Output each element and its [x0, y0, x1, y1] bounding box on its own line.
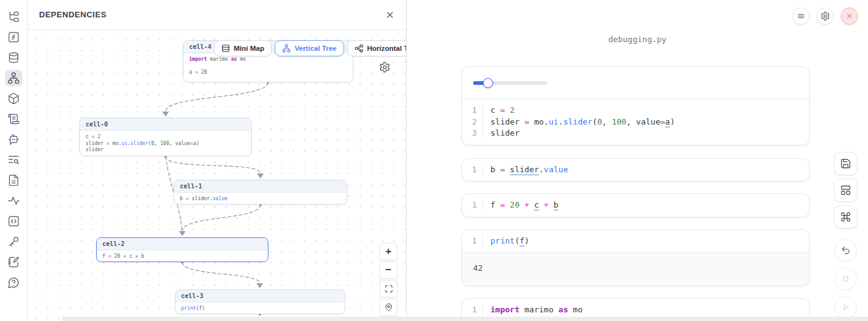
- scratchpad-icon: [7, 256, 20, 268]
- sidebar-item-chat[interactable]: [5, 131, 22, 147]
- dependencies-panel: DEPENDENCIES cell-4import marimo as mo a…: [28, 0, 407, 321]
- shutdown-button[interactable]: [841, 7, 858, 25]
- code-line: 1c = 2: [462, 105, 809, 117]
- datasets-icon: [7, 51, 20, 64]
- notebook-side-actions: [834, 152, 857, 321]
- console-text: 42: [473, 263, 483, 273]
- view-button-horizontal-tree[interactable]: Horizontal Tree: [347, 40, 406, 56]
- graph-node-cell-1[interactable]: cell-1b = slider.value: [174, 180, 347, 204]
- notebook-cell: 1f = 20 + c + b: [461, 193, 810, 218]
- notebook-filename[interactable]: debugging.py: [407, 35, 868, 44]
- cell-output-slider: [462, 67, 809, 99]
- line-number: 1: [462, 164, 483, 176]
- graph-node-cell-3[interactable]: cell-3print(f): [175, 289, 345, 314]
- layout-icon: [840, 185, 851, 196]
- stop-button[interactable]: [835, 268, 857, 290]
- graph-settings-button[interactable]: [379, 61, 391, 75]
- cell-editor[interactable]: 1c = 22slider = mo.ui.slider(0, 100, val…: [462, 99, 809, 145]
- snippets-icon: [7, 215, 20, 227]
- htree-icon: [355, 44, 363, 53]
- sidebar-item-snippets[interactable]: [5, 213, 22, 229]
- sidebar-item-packages[interactable]: [5, 90, 22, 107]
- zoom-in-button[interactable]: +: [379, 243, 397, 260]
- sidebar-item-outline[interactable]: [5, 111, 22, 127]
- notebook-menu-button[interactable]: [792, 7, 810, 25]
- view-button-label: Mini Map: [234, 45, 264, 52]
- code-line: 3slider: [462, 128, 809, 139]
- gear-icon: [379, 61, 391, 73]
- undo-icon: [841, 245, 851, 255]
- notebook-area: debugging.py 1c = 22slider = mo.ui.slide…: [407, 0, 868, 321]
- view-button-vertical-tree[interactable]: Vertical Tree: [275, 40, 344, 56]
- undo-button[interactable]: [835, 239, 857, 262]
- gear-icon: [820, 11, 830, 21]
- code-line: 1b = slider.value: [462, 164, 809, 176]
- horizontal-scrollbar[interactable]: [62, 317, 868, 321]
- sidebar-item-datasets[interactable]: [5, 50, 22, 66]
- sidebar-item-secrets[interactable]: [5, 234, 22, 250]
- cell-editor[interactable]: 1print(f): [462, 230, 809, 253]
- sidebar-item-functions[interactable]: [5, 29, 22, 45]
- sidebar-item-file-explorer[interactable]: [5, 9, 22, 25]
- view-button-label: Vertical Tree: [294, 45, 337, 52]
- run-icon: [841, 302, 851, 312]
- cell-editor[interactable]: 1f = 20 + c + b: [462, 194, 809, 217]
- graph-node-title: cell-3: [175, 290, 345, 302]
- run-button[interactable]: [835, 296, 857, 319]
- shutdown-icon: [845, 12, 854, 20]
- layout-select-button[interactable]: [834, 178, 857, 202]
- logs-icon: [7, 154, 20, 166]
- center-selection-button[interactable]: [379, 299, 397, 316]
- graph-node-code: import marimo as mo a = 20: [184, 53, 353, 79]
- code-line: 2slider = mo.ui.slider(0, 100, value=a): [462, 117, 809, 128]
- zoom-out-icon: −: [386, 264, 392, 276]
- line-number: 1: [462, 304, 483, 316]
- sidebar-item-logs[interactable]: [5, 152, 22, 168]
- code-line: 1import marimo as mo: [462, 304, 809, 316]
- graph-node-cell-0[interactable]: cell-0c = 2slider = mo.ui.slider(0, 100,…: [79, 118, 252, 156]
- sidebar-item-help[interactable]: [5, 275, 22, 291]
- view-button-label: Horizontal Tree: [367, 45, 406, 52]
- close-panel-button[interactable]: [385, 10, 395, 20]
- line-number: 3: [462, 128, 483, 139]
- graph-node-code: print(f): [175, 302, 345, 314]
- graph-zoom-controls: +−: [379, 243, 397, 316]
- fit-view-button[interactable]: [379, 280, 397, 297]
- sidebar-item-dependencies[interactable]: [5, 70, 22, 86]
- panel-title: DEPENDENCIES: [39, 10, 107, 19]
- notebook-cell: 1b = slider.value: [461, 158, 810, 182]
- secrets-icon: [7, 235, 20, 248]
- notebook-header-actions: [792, 7, 858, 25]
- menu-icon: [797, 12, 805, 20]
- dependencies-icon: [7, 72, 20, 84]
- dependency-graph-canvas[interactable]: cell-4import marimo as mo a = 20cell-0c …: [28, 30, 406, 321]
- notebook-cell: 1c = 22slider = mo.ui.slider(0, 100, val…: [461, 66, 810, 146]
- save-button[interactable]: [834, 152, 857, 175]
- line-number: 1: [462, 200, 483, 211]
- pin-icon: [384, 303, 393, 312]
- close-icon: [385, 10, 395, 20]
- sidebar-item-documentation[interactable]: [5, 172, 22, 188]
- keyboard-shortcuts-button[interactable]: [834, 205, 857, 229]
- notebook-settings-button[interactable]: [817, 7, 834, 25]
- graph-node-title: cell-1: [174, 180, 347, 193]
- zoom-out-button[interactable]: −: [379, 262, 397, 279]
- graph-node-code: f = 20 + c + b: [97, 250, 268, 262]
- graph-node-cell-2[interactable]: cell-2f = 20 + c + b: [96, 237, 268, 262]
- slider-thumb[interactable]: [483, 78, 493, 88]
- documentation-icon: [7, 174, 20, 187]
- stop-icon: [841, 274, 851, 284]
- file-explorer-icon: [7, 11, 20, 23]
- sidebar-item-tracing[interactable]: [5, 193, 22, 209]
- view-button-mini-map[interactable]: Mini Map: [214, 40, 272, 56]
- graph-view-switcher: Mini MapVertical TreeHorizontal Tree: [214, 40, 406, 56]
- cell-editor[interactable]: 1b = slider.value: [462, 159, 809, 182]
- functions-icon: [7, 31, 20, 43]
- slider-track[interactable]: [473, 81, 547, 85]
- minimap-icon: [221, 44, 230, 53]
- graph-node-code: b = slider.value: [174, 193, 347, 204]
- sidebar-item-scratchpad[interactable]: [5, 254, 22, 270]
- graph-node-title: cell-2: [97, 238, 268, 250]
- graph-node-title: cell-0: [80, 118, 251, 131]
- dependencies-panel-header: DEPENDENCIES: [28, 0, 406, 30]
